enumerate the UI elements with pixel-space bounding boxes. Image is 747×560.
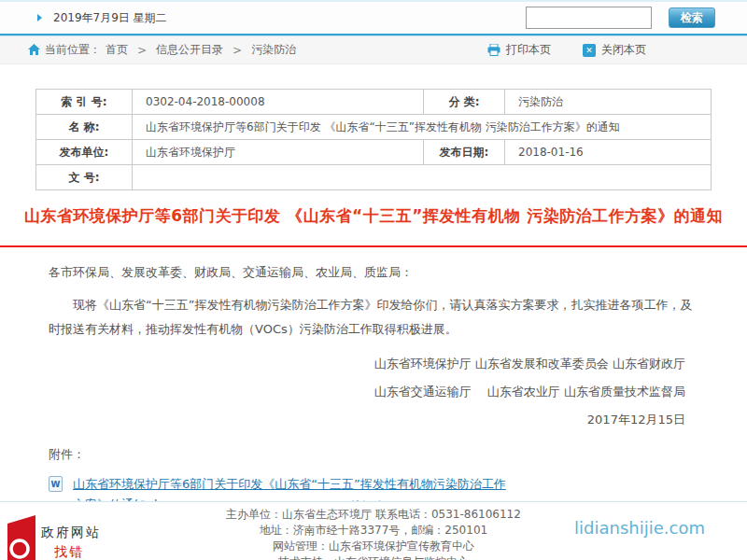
category-label: 分 类:	[424, 90, 505, 115]
doc-name-label: 名 称:	[36, 115, 133, 140]
watermark-text: lidianshijie.com	[574, 518, 705, 538]
publisher-label: 发布单位:	[36, 140, 133, 165]
salutation-line: 各市环保局、发展改革委、财政局、交通运输局、农业局、质监局：	[49, 264, 698, 281]
breadcrumb-separator: >	[137, 44, 147, 57]
word-doc-icon: W	[49, 476, 63, 492]
top-bar: 2019年7月9日 星期二 检索	[0, 0, 747, 34]
breadcrumb-prefix: 当前位置：	[45, 42, 101, 58]
doc-number-value	[133, 165, 712, 190]
gov-badge-line1: 政府网站	[41, 525, 101, 539]
red-rule	[0, 245, 747, 247]
publish-date-label: 发布日期:	[424, 140, 505, 165]
publish-date-value: 2018-01-16	[505, 140, 712, 165]
close-page-link-top[interactable]: ✕ 关闭本页	[583, 42, 646, 58]
footer-management-line: 网站管理：山东省环境保护宣传教育中心	[0, 539, 747, 554]
article-body: 各市环保局、发展改革委、财政局、交通运输局、农业局、质监局： 现将《山东省“十三…	[0, 264, 747, 515]
signature-block: 山东省环境保护厅 山东省发展和改革委员会 山东省财政厅 山东省交通运输厅 山东省…	[49, 357, 698, 426]
gov-badge-text: 政府网站 找错	[41, 523, 101, 560]
page-title: 山东省环境保护厅等6部门关于印发 《山东省“十三五”挥发性有机物 污染防治工作方…	[0, 205, 747, 227]
body-paragraph: 现将《山东省“十三五”挥发性有机物污染防治工作方案》印发给你们，请认真落实方案要…	[49, 293, 698, 342]
footer-support-line: 技术支持：山东省环境信息与监控中心	[0, 554, 747, 560]
signature-date: 2017年12月15日	[49, 413, 685, 426]
print-page-link[interactable]: 打印本页	[487, 42, 551, 58]
table-row: 发布单位: 山东省环境保护厅 发布日期: 2018-01-16	[36, 140, 712, 165]
current-date: 2019年7月9日 星期二	[53, 10, 167, 26]
table-row: 名 称: 山东省环境保护厅等6部门关于印发 《山东省“十三五”挥发性有机物 污染…	[36, 115, 712, 140]
search-button[interactable]: 检索	[669, 7, 715, 28]
doc-number-label: 文 号:	[36, 165, 133, 190]
search-input[interactable]	[526, 7, 652, 29]
document-meta-table: 索 引 号: 0302-04-2018-00008 分 类: 污染防治 名 称:…	[35, 89, 712, 190]
breadcrumb-home[interactable]: 首页	[106, 42, 128, 58]
index-number-value: 0302-04-2018-00008	[133, 90, 424, 115]
search-area: 检索	[526, 7, 715, 29]
printer-icon	[487, 44, 500, 56]
triangle-bullet-icon	[37, 14, 42, 21]
signature-line: 山东省环境保护厅 山东省发展和改革委员会 山东省财政厅	[49, 357, 685, 370]
category-value: 污染防治	[505, 90, 712, 115]
breadcrumb-pollution-control[interactable]: 污染防治	[251, 42, 296, 58]
gov-badge-flag-icon	[7, 515, 35, 560]
breadcrumb-info-catalog[interactable]: 信息公开目录	[156, 42, 223, 58]
table-row: 文 号:	[36, 165, 712, 190]
attachment-label: 附件：	[49, 446, 698, 463]
home-icon	[28, 44, 40, 56]
gov-website-error-badge[interactable]: 政府网站 找错	[7, 515, 101, 560]
breadcrumb-bar: 当前位置： 首页 > 信息公开目录 > 污染防治 打印本页 ✕ 关闭本页	[0, 36, 747, 64]
doc-name-value: 山东省环境保护厅等6部门关于印发 《山东省“十三五”挥发性有机物 污染防治工作方…	[133, 115, 712, 140]
close-page-label: 关闭本页	[601, 42, 646, 58]
publisher-value: 山东省环境保护厅	[133, 140, 424, 165]
breadcrumb: 当前位置： 首页 > 信息公开目录 > 污染防治	[28, 42, 296, 58]
breadcrumb-separator: >	[233, 44, 242, 57]
index-number-label: 索 引 号:	[36, 90, 133, 115]
print-page-label: 打印本页	[506, 42, 551, 58]
table-row: 索 引 号: 0302-04-2018-00008 分 类: 污染防治	[36, 90, 712, 115]
page-actions: 打印本页 ✕ 关闭本页	[487, 42, 646, 58]
signature-line: 山东省交通运输厅 山东省农业厅 山东省质量技术监督局	[49, 385, 685, 398]
gov-badge-line2: 找错	[54, 544, 84, 560]
close-icon: ✕	[583, 44, 596, 57]
